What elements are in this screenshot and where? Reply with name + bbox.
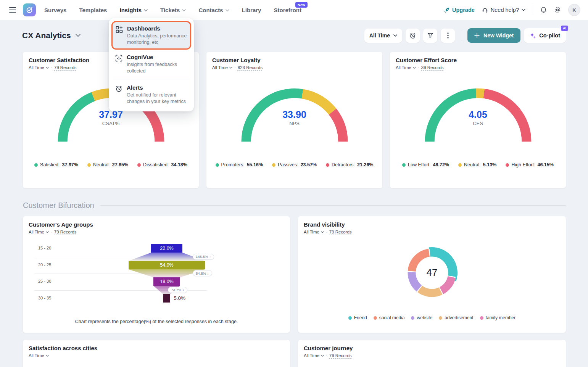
gauge-segment-neutral[interactable] [476,93,483,93]
legend-item[interactable]: Detractors: 21.26% [326,162,374,167]
copilot-button[interactable]: Co-pilot AI [524,28,566,43]
card-time-filter[interactable]: All Time [212,65,232,70]
ai-badge: AI [561,26,568,31]
legend-dot [87,163,91,167]
chevron-down-icon [229,67,232,69]
legend-dot [216,163,219,167]
chevron-down-icon [46,355,49,357]
chevron-down-icon [321,231,324,233]
card-subtitle: All Time · 79 Records [304,353,560,358]
funnel-bar-label: 5.0% [174,295,185,301]
records-link[interactable]: 39 Records [421,65,444,70]
legend-item[interactable]: High Effort: 46.15% [506,162,554,167]
satisfaction-across-cities-card: Satisfaction across cities All Time [23,340,290,367]
chevron-down-icon [144,9,148,11]
card-subtitle: All Time · 823 Records [212,65,377,70]
card-subtitle: All Time [29,353,284,358]
funnel-bar-15-20[interactable]: 22.0% [151,244,182,253]
nav-item-contacts[interactable]: Contacts [198,7,229,13]
nav-item-storefront[interactable]: StorefrontNew [274,7,301,13]
legend-dot [348,316,352,320]
gauge-metric-label: NPS [235,121,354,126]
dashboard-title-dropdown[interactable]: CX Analytics [22,31,81,40]
card-title: Satisfaction across cities [29,345,284,351]
legend-dot [326,163,329,167]
customer-journey-card: Customer journey All Time · 79 Records [298,340,566,367]
hamburger-menu-icon[interactable] [8,6,18,14]
funnel-transition-badge: 145.5% ↑ [193,254,214,260]
upgrade-button[interactable]: Upgrade [444,7,475,13]
legend-item[interactable]: advertisement [439,315,473,320]
legend-item[interactable]: Satisfied: 37.97% [34,162,78,167]
menu-item-alerts[interactable]: Alerts Get notified for relevant changes… [111,80,191,109]
legend-item[interactable]: social media [374,315,405,320]
card-time-filter[interactable]: All Time [304,230,324,234]
records-link[interactable]: 79 Records [329,230,352,234]
funnel-stage-label: 20 - 25 [38,262,51,267]
time-filter-select[interactable]: All Time [364,29,402,43]
donut-segment-advertisement[interactable] [420,289,441,293]
donut-segment-family-member[interactable] [441,277,452,291]
funnel-transition-badge: 64.8% ↓ [193,270,212,276]
menu-item-dashboards[interactable]: Dashboards Data Analytics, performance m… [111,21,191,50]
card-time-filter[interactable]: All Time [396,65,416,70]
legend-item[interactable]: Friend [348,315,367,320]
funnel-stage-label: 15 - 20 [38,246,51,250]
new-widget-button[interactable]: New Widget [467,28,520,43]
funnel-bar-30-35[interactable] [163,294,171,303]
records-link[interactable]: 823 Records [238,65,263,70]
card-time-filter[interactable]: All Time [29,230,49,234]
gauge-metric-label: CES [419,121,537,126]
records-link[interactable]: 79 Records [54,230,77,234]
funnel-chart: 15 - 2022.0%20 - 2554.0%25 - 3019.0%30 -… [23,239,290,312]
chart-caption: Chart represents the percentage(%) of th… [23,319,290,324]
card-time-filter[interactable]: All Time [29,353,49,358]
user-avatar[interactable]: K [568,4,580,16]
app-logo[interactable] [23,3,36,16]
legend-item[interactable]: Promoters: 55.16% [216,162,263,167]
nav-item-surveys[interactable]: Surveys [44,7,66,13]
insights-dropdown-menu: Dashboards Data Analytics, performance m… [109,18,194,111]
funnel-stage-label: 30 - 35 [38,296,51,300]
legend-dot [137,163,141,167]
funnel-bar-20-25[interactable]: 54.0% [129,261,205,269]
nav-item-library[interactable]: Library [242,7,261,13]
nav-item-tickets[interactable]: Tickets [160,7,186,13]
main-nav: Surveys Templates Insights Tickets Conta… [44,7,301,13]
records-link[interactable]: 79 Records [329,353,352,358]
settings-gear-icon[interactable] [554,6,561,13]
menu-item-title: Alerts [127,84,187,91]
legend-item[interactable]: family member [480,315,516,320]
section-title: Customer Bifurcation [23,201,94,210]
menu-item-description: Insights from feedbacks collected [127,61,187,74]
chevron-down-icon [522,9,525,11]
nav-item-insights[interactable]: Insights [119,7,148,13]
need-help-button[interactable]: Need help? [482,7,525,13]
nav-item-templates[interactable]: Templates [79,7,107,13]
records-link[interactable]: 79 Records [54,65,77,70]
funnel-bar-25-30[interactable]: 19.0% [153,277,180,286]
legend-item[interactable]: website [411,315,432,320]
headset-icon [482,7,488,13]
legend-item[interactable]: Dissatisfied: 34.18% [137,162,187,167]
card-subtitle: All Time · 79 Records [304,230,560,234]
more-options-button[interactable] [441,29,455,43]
page-header: CX Analytics All Time New Widget Co-pilo… [22,27,566,44]
chevron-down-icon [182,9,186,11]
card-title: Customer's Age groups [29,221,284,228]
card-subtitle: All Time · 39 Records [396,65,560,70]
menu-item-cognivue[interactable]: CogniVue Insights from feedbacks collect… [111,50,191,78]
legend-item[interactable]: Neutral: 27.85% [87,162,128,167]
card-time-filter[interactable]: All Time [304,353,324,358]
menu-item-title: CogniVue [127,54,187,60]
card-time-filter[interactable]: All Time [29,65,49,70]
filter-button[interactable] [423,29,437,43]
legend-item[interactable]: Neutral: 5.13% [458,162,496,167]
legend-item[interactable]: Low Effort: 48.72% [402,162,449,167]
notifications-bell-icon[interactable] [540,6,547,13]
card-title: Customer Loyalty [212,57,377,63]
card-title: Customer Effort Score [396,57,560,63]
legend-item[interactable]: Passives: 23.57% [272,162,317,167]
legend-dot [506,163,509,167]
schedule-alarm-button[interactable] [406,29,420,43]
